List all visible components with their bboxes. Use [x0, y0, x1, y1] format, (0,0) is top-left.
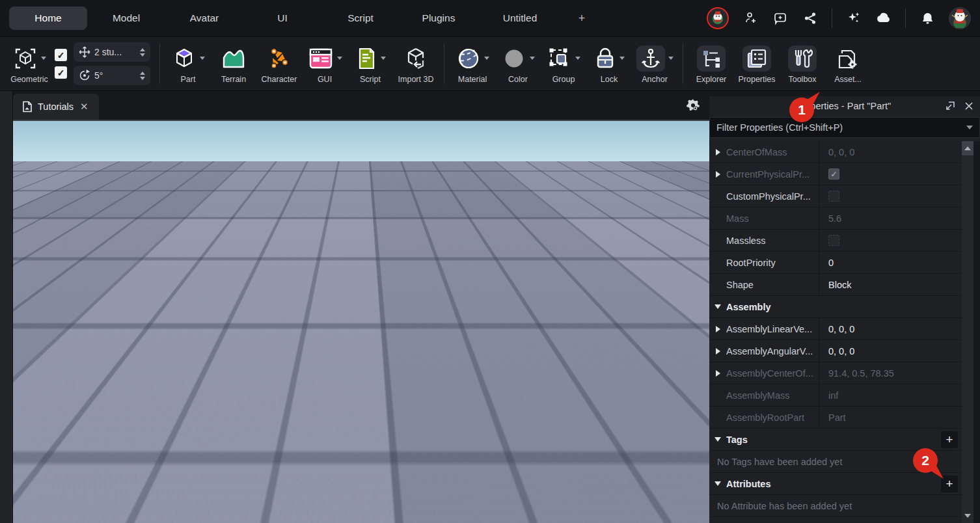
move-snap-stepper[interactable]: 2 stu... [74, 42, 150, 62]
move-snap-spinner[interactable] [140, 48, 145, 57]
toolbox-label: Toolbox [788, 75, 816, 84]
property-row[interactable]: AssemblyMassinf [709, 384, 962, 407]
asset-manager-button[interactable]: Asset... [829, 44, 867, 84]
undock-panel-icon[interactable] [945, 101, 955, 111]
property-value[interactable]: 0 [819, 252, 962, 273]
material-button[interactable]: Material [454, 44, 491, 84]
property-value[interactable]: 0, 0, 0 [819, 318, 962, 340]
menu-tab-avatar[interactable]: Avatar [165, 7, 243, 30]
property-row[interactable]: AssemblyRootPartPart [709, 407, 962, 429]
menu-tab-model[interactable]: Model [87, 7, 165, 30]
tab-tutorials[interactable]: Tutorials ✕ [13, 94, 99, 120]
share-icon[interactable] [802, 10, 819, 27]
collapsed-arrow-icon[interactable] [716, 171, 720, 178]
expanded-arrow-icon[interactable] [715, 437, 721, 442]
anchor-button[interactable]: Anchor [636, 44, 674, 84]
dialog-close-icon[interactable]: ✕ [460, 224, 470, 236]
terrain-icon [221, 46, 247, 71]
ai-assistant-sparkles-icon[interactable] [845, 10, 862, 27]
property-section-tags[interactable]: Tags+ [709, 429, 962, 451]
property-value[interactable]: inf [819, 384, 962, 406]
rotate-snap-stepper[interactable]: 5° [74, 66, 150, 85]
property-row[interactable]: No Attribute has been added yet [709, 495, 962, 517]
menu-tab-home[interactable]: Home [9, 7, 87, 30]
property-label: Mass [726, 213, 819, 224]
scroll-down-icon[interactable] [962, 509, 973, 523]
property-row[interactable]: Massless [709, 230, 962, 252]
property-row[interactable]: AssemblyAngularV...0, 0, 0 [709, 340, 962, 362]
expanded-arrow-icon[interactable] [715, 481, 721, 486]
viewport-settings-gear-icon[interactable] [686, 98, 700, 112]
filter-properties-input[interactable]: Filter Properties (Ctrl+Shift+P) [709, 117, 980, 138]
menu-tab-untitled[interactable]: Untitled [478, 7, 562, 30]
properties-button[interactable]: Properties [738, 44, 776, 84]
feedback-comment-icon[interactable] [772, 10, 789, 27]
property-value[interactable] [819, 230, 962, 251]
menu-tab-script[interactable]: Script [321, 7, 400, 30]
property-value[interactable]: 91.4, 0.5, 78.35 [819, 362, 962, 384]
property-value[interactable]: Block [819, 274, 962, 295]
menu-tab-ui[interactable]: UI [243, 7, 321, 30]
character-button[interactable]: Character [260, 44, 298, 84]
property-value[interactable]: 0, 0, 0 [819, 340, 962, 362]
property-row[interactable]: AssemblyCenterOf...91.4, 0.5, 78.35 [709, 362, 962, 384]
cancel-button[interactable]: Cancel [376, 355, 449, 379]
collaborator-avatar[interactable] [707, 7, 729, 29]
part-label: Part [181, 75, 196, 84]
gui-button[interactable]: GUI [306, 44, 344, 84]
property-row[interactable]: AssemblyLinearVe...0, 0, 0 [709, 318, 962, 340]
property-section-assembly[interactable]: Assembly [709, 296, 962, 318]
property-row[interactable]: CurrentPhysicalPr...✓ [709, 163, 962, 185]
chevron-down-icon [668, 57, 674, 60]
script-button[interactable]: Script [351, 44, 389, 84]
move-snap-checkbox[interactable]: ✓ [55, 49, 67, 61]
property-checkbox-checked[interactable]: ✓ [828, 168, 839, 180]
property-section-attributes[interactable]: Attributes+ [709, 473, 962, 495]
terrain-button[interactable]: Terrain [215, 44, 252, 84]
group-button[interactable]: Group [545, 44, 582, 84]
color-button[interactable]: Color [499, 44, 537, 84]
property-row[interactable]: RootPriority0 [709, 252, 962, 274]
lock-button[interactable]: Lock [590, 44, 628, 84]
property-value[interactable] [819, 185, 962, 207]
scroll-up-icon[interactable] [962, 141, 973, 155]
attribute-name-input[interactable] [297, 259, 449, 278]
property-row[interactable]: ShapeBlock [709, 274, 962, 296]
property-checkbox[interactable] [828, 235, 839, 246]
menu-tab--[interactable]: + [562, 6, 601, 31]
close-panel-icon[interactable] [964, 101, 973, 111]
property-value[interactable]: Part [819, 407, 962, 428]
property-row[interactable]: CenterOfMass0, 0, 0 [709, 141, 962, 163]
geometric-tool-button[interactable]: Geometric [10, 44, 48, 84]
collapsed-arrow-icon[interactable] [716, 348, 720, 355]
dialog-header[interactable]: Add Attribute ✕ [233, 218, 478, 242]
toolbox-button[interactable]: Toolbox [783, 44, 821, 84]
top-menu-bar: HomeModelAvatarUIScriptPluginsUntitled+ [0, 0, 980, 37]
import-3d-button[interactable]: Import 3D [397, 44, 435, 84]
attribute-type-select[interactable]: string [297, 306, 449, 325]
collapsed-arrow-icon[interactable] [716, 326, 720, 332]
close-icon[interactable]: ✕ [79, 101, 90, 113]
property-checkbox[interactable] [828, 191, 839, 202]
properties-scrollbar[interactable] [962, 141, 973, 523]
property-value[interactable]: 5.6 [819, 208, 962, 229]
expanded-arrow-icon[interactable] [715, 304, 721, 309]
explorer-button[interactable]: Explorer [692, 44, 730, 84]
rotate-snap-checkbox[interactable]: ✓ [55, 66, 67, 79]
property-row[interactable]: Mass5.6 [709, 208, 962, 230]
menu-tab-plugins[interactable]: Plugins [400, 7, 478, 30]
property-value[interactable]: 0, 0, 0 [819, 141, 962, 163]
property-row[interactable]: CustomPhysicalPr... [709, 185, 962, 208]
property-value[interactable]: ✓ [819, 163, 962, 185]
cloud-icon[interactable] [875, 10, 892, 27]
collapsed-arrow-icon[interactable] [716, 149, 720, 155]
part-button[interactable]: Part [169, 44, 207, 84]
rotate-snap-spinner[interactable] [140, 72, 145, 80]
notifications-bell-icon[interactable] [919, 10, 936, 27]
add-collaborator-icon[interactable] [742, 10, 759, 27]
user-avatar[interactable] [949, 7, 971, 29]
save-button[interactable]: Save [297, 355, 370, 379]
add-tags-button[interactable]: + [941, 431, 958, 448]
collapsed-arrow-icon[interactable] [716, 370, 720, 377]
move-snap-value: 2 stu... [94, 47, 136, 57]
